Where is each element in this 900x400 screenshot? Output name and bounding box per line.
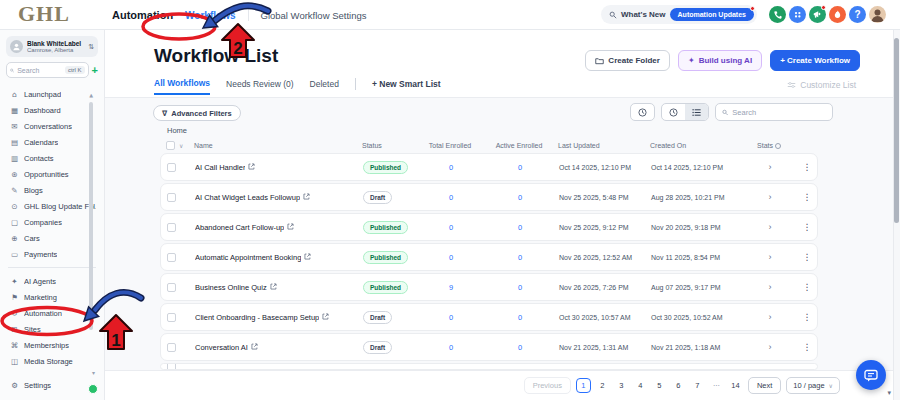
stats-expand-button[interactable]: › [745,192,795,202]
total-enrolled-value[interactable]: 0 [421,253,481,262]
table-row[interactable]: AI Chat Widget Leads FollowupDraft00Nov … [160,183,818,211]
total-enrolled-value[interactable]: 9 [421,283,481,292]
external-link-icon[interactable] [303,193,310,202]
row-checkbox[interactable] [167,223,176,232]
tab-deleted[interactable]: Deleted [310,79,339,94]
workflow-name[interactable]: AI Chat Widget Leads Followup [195,193,300,202]
tab-all-workflows[interactable]: All Workflows [154,78,210,95]
stats-expand-button[interactable]: › [745,162,795,172]
page-button-1[interactable]: 1 [576,378,591,393]
create-workflow-button[interactable]: + Create Workflow [770,50,860,71]
total-enrolled-value[interactable]: 0 [421,163,481,172]
active-enrolled-value[interactable]: 0 [481,313,559,322]
page-button-6[interactable]: 6 [671,378,686,393]
col-name[interactable]: Name [194,142,362,149]
row-menu-button[interactable]: ⋮ [795,282,819,292]
row-checkbox[interactable] [167,343,176,352]
external-link-icon[interactable] [251,343,258,352]
apps-icon[interactable] [789,6,806,23]
row-menu-button[interactable]: ⋮ [795,342,819,352]
advanced-filters-button[interactable]: ∇ Advanced Filters [153,105,241,121]
total-enrolled-value[interactable]: 0 [421,343,481,352]
quick-add-button[interactable]: + [92,65,98,76]
build-using-ai-button[interactable]: ✦ Build using AI [678,50,762,71]
previous-page-button[interactable]: Previous [524,377,571,394]
chat-fab-button[interactable] [856,360,886,390]
active-enrolled-value[interactable]: 0 [481,163,559,172]
col-total-enrolled[interactable]: Total Enrolled [420,142,480,149]
active-enrolled-value[interactable]: 0 [481,223,559,232]
col-status[interactable]: Status [362,142,420,149]
row-checkbox[interactable] [167,193,176,202]
row-checkbox[interactable] [167,313,176,322]
workflow-name[interactable]: AI Call Handler [195,163,245,172]
automation-updates-badge[interactable]: Automation Updates [670,8,754,21]
row-menu-button[interactable]: ⋮ [795,252,819,262]
whats-new-pill[interactable]: What's New Automation Updates [601,5,757,24]
workflow-name[interactable]: Conversation AI [195,343,248,352]
page-button-14[interactable]: 14 [728,378,743,393]
workflow-name[interactable]: Abandoned Cart Follow-up [195,223,284,232]
row-menu-button[interactable]: ⋮ [795,162,819,172]
external-link-icon[interactable] [304,253,311,262]
page-button-3[interactable]: 3 [614,378,629,393]
external-link-icon[interactable] [270,283,277,292]
page-size-select[interactable]: 10 / page ∨ [786,377,840,394]
tab-workflows[interactable]: Workflows [185,10,235,21]
sidebar-item-media-storage[interactable]: ◫Media Storage [0,353,104,369]
table-row[interactable]: Client Onboarding - Basecamp SetupDraft0… [160,303,818,331]
table-row[interactable]: AI Call HandlerPublished00Oct 14 2025, 1… [160,153,818,181]
account-switcher[interactable]: Blank WhiteLabel Camrose, Alberta ⇅ [6,36,98,57]
row-checkbox[interactable] [167,253,176,262]
col-active-enrolled[interactable]: Active Enrolled [480,142,558,149]
sidebar-scrollbar[interactable] [89,102,93,330]
stats-expand-button[interactable]: › [745,252,795,262]
sidebar-item-memberships[interactable]: ⌘Memberships [0,337,104,353]
active-enrolled-value[interactable]: 0 [481,253,559,262]
table-row[interactable]: Abandoned Cart Follow-upPublished00Nov 2… [160,213,818,241]
customize-list-button[interactable]: Customize List [787,80,856,90]
row-menu-button[interactable]: ⋮ [795,192,819,202]
row-checkbox[interactable] [167,163,176,172]
breadcrumb[interactable]: Home [167,126,187,135]
col-stats[interactable]: Stats [744,142,794,149]
help-icon[interactable]: ? [849,6,866,23]
stats-expand-button[interactable]: › [745,222,795,232]
external-link-icon[interactable] [287,223,294,232]
stats-expand-button[interactable]: › [745,282,795,292]
page-button-7[interactable]: 7 [690,378,705,393]
table-search[interactable] [715,103,833,121]
total-enrolled-value[interactable]: 0 [421,313,481,322]
scroll-up-icon[interactable]: ▲ [89,92,93,98]
workflow-name[interactable]: Automatic Appointment Booking [195,253,301,262]
row-checkbox[interactable] [167,283,176,292]
timeline-view-button[interactable] [662,104,685,120]
active-enrolled-value[interactable]: 0 [481,193,559,202]
workflow-name[interactable]: Client Onboarding - Basecamp Setup [195,313,319,322]
megaphone-icon[interactable] [809,6,826,23]
table-search-input[interactable] [732,108,826,117]
page-scrollbar-thumb[interactable] [894,38,899,223]
new-smart-list-button[interactable]: + New Smart List [372,79,441,94]
active-enrolled-value[interactable]: 0 [481,283,559,292]
phone-icon[interactable] [769,6,786,23]
row-menu-button[interactable]: ⋮ [795,312,819,322]
page-button-2[interactable]: 2 [595,378,610,393]
total-enrolled-value[interactable]: 0 [421,223,481,232]
stats-expand-button[interactable]: › [745,312,795,322]
flame-icon[interactable] [829,6,846,23]
external-link-icon[interactable] [322,313,329,322]
history-button[interactable] [630,103,655,121]
table-row[interactable]: Automatic Appointment BookingPublished00… [160,243,818,271]
sidebar-search-input[interactable] [17,67,62,74]
sidebar-search[interactable]: ctrl K [6,62,89,78]
tab-global-workflow-settings[interactable]: Global Workflow Settings [261,10,367,21]
col-created-on[interactable]: Created On [650,142,744,149]
table-row[interactable]: Business Online QuizPublished90Nov 26 20… [160,273,818,301]
stats-expand-button[interactable]: › [745,342,795,352]
page-scrollbar-track[interactable] [893,30,900,400]
page-button-5[interactable]: 5 [652,378,667,393]
select-all-checkbox[interactable] [166,141,175,150]
tab-needs-review[interactable]: Needs Review (0) [226,79,294,94]
row-menu-button[interactable]: ⋮ [795,222,819,232]
